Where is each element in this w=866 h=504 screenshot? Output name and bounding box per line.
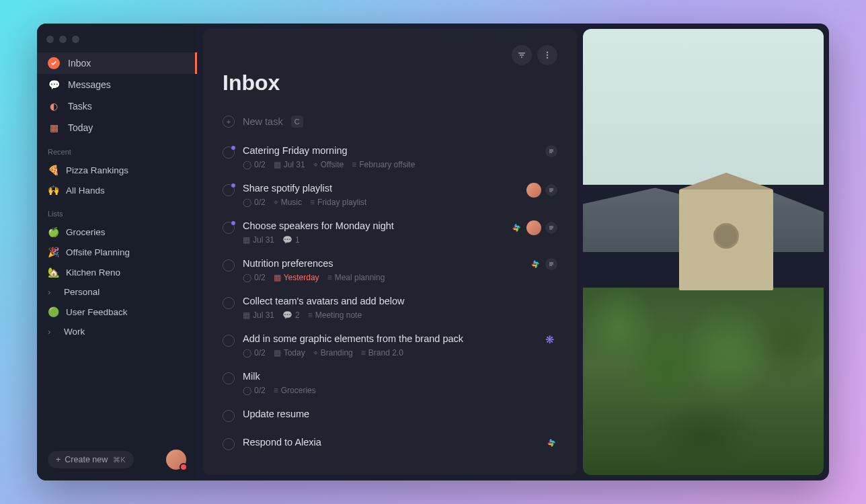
task-checkbox[interactable] <box>223 372 235 384</box>
task-checkbox[interactable] <box>223 438 235 450</box>
task-item[interactable]: Catering Friday morning◯0/2▦Jul 31⌖Offsi… <box>223 140 557 176</box>
more-options-button[interactable] <box>537 45 557 65</box>
recent-item-all-hands[interactable]: 🙌 All Hands <box>37 180 197 200</box>
task-note: Friday playlist <box>317 198 366 207</box>
task-checkbox[interactable] <box>223 335 235 347</box>
task-checkbox[interactable] <box>223 146 235 159</box>
task-item[interactable]: Nutrition preferences◯0/2▦Yesterday≡Meal… <box>223 253 557 289</box>
task-detail-button[interactable] <box>545 145 557 157</box>
nav-messages[interactable]: 💬 Messages <box>37 74 197 95</box>
task-list[interactable]: Catering Friday morning◯0/2▦Jul 31⌖Offsi… <box>223 140 557 475</box>
assignee-avatar[interactable] <box>526 183 541 198</box>
task-item[interactable]: Choose speakers for Monday night▦Jul 31💬… <box>223 215 557 251</box>
task-detail-button[interactable] <box>545 222 557 234</box>
list-emoji-icon: 🟢 <box>48 306 59 317</box>
task-item[interactable]: Share spotify playlist◯0/2⌖Music≡Friday … <box>223 177 557 214</box>
nav-today[interactable]: ▦ Today <box>37 117 197 138</box>
task-title: Choose speakers for Monday night <box>243 220 497 231</box>
tag-icon: ⌖ <box>313 160 318 169</box>
page-title: Inbox <box>223 71 557 95</box>
subtask-count: 0/2 <box>254 160 266 169</box>
subtask-icon: ◯ <box>243 198 251 207</box>
recent-section-label: Recent <box>37 138 197 160</box>
recent-item-pizza-rankings[interactable]: 🍕 Pizza Rankings <box>37 160 197 180</box>
task-item[interactable]: Milk◯0/2≡Groceries <box>223 366 557 402</box>
slack-icon[interactable] <box>545 437 557 449</box>
note-icon: ≡ <box>274 386 278 395</box>
task-detail-button[interactable] <box>545 258 557 270</box>
nav-tasks[interactable]: ◐ Tasks <box>37 95 197 117</box>
user-avatar[interactable] <box>166 450 186 470</box>
note-icon: ≡ <box>327 273 332 282</box>
today-icon: ▦ <box>48 122 60 134</box>
filter-button[interactable] <box>512 45 532 65</box>
task-checkbox[interactable] <box>223 410 235 422</box>
new-task-button[interactable]: + New task C <box>223 113 557 140</box>
sidebar-list-item[interactable]: 🍏Groceries <box>37 222 197 242</box>
subtask-icon: ◯ <box>243 160 251 169</box>
list-emoji-icon: 🎉 <box>48 247 59 257</box>
note-icon: ≡ <box>308 310 313 320</box>
nav-label: Inbox <box>68 58 91 69</box>
sidebar-list-item[interactable]: 🏡Kitchen Reno <box>37 262 197 282</box>
maximize-window-icon[interactable] <box>72 36 79 43</box>
task-meta: ▦Jul 31💬2≡Meeting note <box>243 310 557 320</box>
sidebar-list-item[interactable]: 🟢User Feedback <box>37 302 197 322</box>
task-date: Today <box>284 348 305 358</box>
task-checkbox[interactable] <box>223 222 235 234</box>
slack-icon[interactable] <box>529 258 541 270</box>
task-title: Milk <box>243 371 557 382</box>
task-item[interactable]: Collect team's avatars and add below▦Jul… <box>223 290 557 327</box>
create-new-button[interactable]: + Create new ⌘K <box>48 451 134 468</box>
list-item-label: Pizza Rankings <box>66 165 128 175</box>
subtask-count: 0/2 <box>254 198 266 207</box>
task-title: Catering Friday morning <box>243 145 532 156</box>
assignee-avatar[interactable] <box>526 220 541 235</box>
task-checkbox[interactable] <box>223 297 235 309</box>
task-title: Collect team's avatars and add below <box>243 296 557 306</box>
sidebar-list-item[interactable]: ›Work <box>37 322 197 341</box>
task-checkbox[interactable] <box>223 259 235 271</box>
task-item[interactable]: Add in some graphic elements from the br… <box>223 328 557 364</box>
sidebar-list-item[interactable]: ›Personal <box>37 282 197 302</box>
task-date: Jul 31 <box>253 235 274 245</box>
calendar-icon: ▦ <box>243 235 250 245</box>
nav-label: Messages <box>68 79 111 90</box>
task-item[interactable]: Respond to Alexia <box>223 431 557 458</box>
nav-inbox[interactable]: Inbox <box>37 52 197 74</box>
plus-icon: + <box>56 455 61 464</box>
tag-icon: ⌖ <box>313 348 318 358</box>
calendar-icon: ▦ <box>274 348 281 358</box>
sidebar-list-item[interactable]: 🎉Offsite Planning <box>37 242 197 262</box>
task-note: Groceries <box>281 386 316 395</box>
lists-section-label: Lists <box>37 200 197 222</box>
close-window-icon[interactable] <box>46 36 54 43</box>
minimize-window-icon[interactable] <box>59 36 67 43</box>
task-meta: ◯0/2▦Jul 31⌖Offsite≡February offsite <box>243 160 532 169</box>
task-detail-button[interactable] <box>545 184 557 196</box>
task-note: Meeting note <box>315 310 362 320</box>
chevron-right-icon: › <box>48 287 57 297</box>
task-date: Yesterday <box>284 273 319 282</box>
new-task-label: New task <box>243 116 283 127</box>
nav-label: Today <box>68 122 93 133</box>
list-item-label: Kitchen Reno <box>66 267 120 278</box>
slack-icon[interactable] <box>510 222 522 234</box>
task-checkbox[interactable] <box>223 184 235 196</box>
task-tag: Music <box>281 198 302 207</box>
task-title: Respond to Alexia <box>243 437 532 448</box>
main-panel: Inbox + New task C Catering Friday morni… <box>202 29 578 475</box>
task-note: Brand 2.0 <box>368 348 403 358</box>
hands-icon: 🙌 <box>48 185 59 196</box>
task-tag: Offsite <box>321 160 344 169</box>
subtask-count: 0/2 <box>254 386 266 395</box>
task-item[interactable]: Update resume <box>223 403 557 430</box>
task-meta: ◯0/2⌖Music≡Friday playlist <box>243 198 513 207</box>
messages-icon: 💬 <box>48 79 60 91</box>
sidebar: Inbox 💬 Messages ◐ Tasks ▦ Today Recent … <box>37 24 197 480</box>
calendar-icon: ▦ <box>274 273 281 282</box>
tag-icon: ⌖ <box>274 198 278 207</box>
note-icon: ≡ <box>310 198 315 207</box>
image-panel <box>583 29 824 475</box>
task-note: Meal planning <box>335 273 385 282</box>
